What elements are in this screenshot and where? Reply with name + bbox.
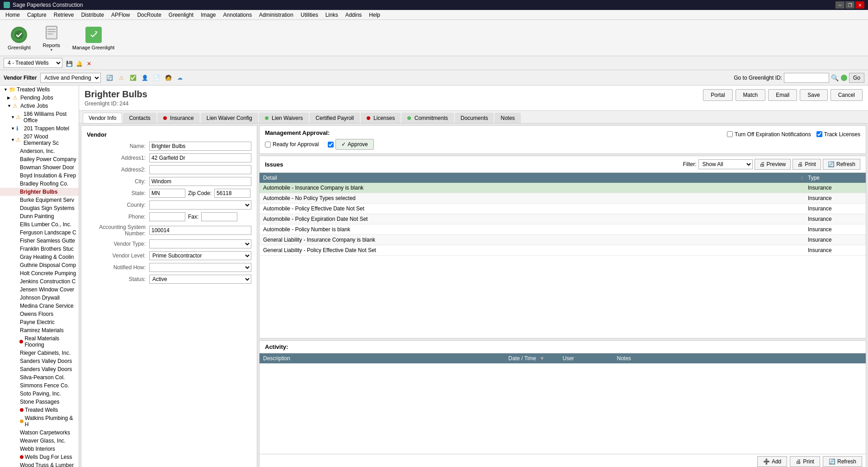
doc-filter-icon[interactable]: 📄	[151, 73, 161, 83]
tree-vendor-Watson[interactable]: Watson Carpetworks	[0, 429, 79, 437]
go-button[interactable]: Go	[849, 73, 864, 83]
address2-input[interactable]	[149, 165, 251, 174]
tree-vendor-Stone[interactable]: Stone Passages	[0, 398, 79, 406]
vault-selector[interactable]: 4 - Treated Wells	[4, 58, 62, 68]
tab-vendor-info[interactable]: Vendor Info	[83, 113, 122, 123]
tab-lien-waiver-config[interactable]: Lien Waiver Config	[201, 113, 258, 123]
tab-insurance[interactable]: Insurance	[157, 113, 200, 123]
tree-vendor-Webb[interactable]: Webb Interiors	[0, 445, 79, 453]
turn-off-expiration-checkbox[interactable]	[727, 131, 733, 137]
restore-button[interactable]: ❐	[845, 1, 854, 9]
cloud-filter-icon[interactable]: ☁	[175, 73, 185, 83]
tree-vendor-Real[interactable]: Real Materials Flooring	[0, 334, 79, 349]
tree-job-1[interactable]: ▼ ℹ 201 Trappen Motel	[0, 124, 79, 133]
notified-select[interactable]	[149, 263, 251, 272]
menu-docroute[interactable]: DocRoute	[133, 10, 165, 19]
close-button[interactable]: ✕	[855, 1, 864, 9]
goto-input[interactable]	[784, 73, 829, 83]
menu-distribute[interactable]: Distribute	[77, 10, 108, 19]
menu-greenlight[interactable]: Greenlight	[165, 10, 197, 19]
menu-capture[interactable]: Capture	[24, 10, 50, 19]
title-bar-controls[interactable]: ─ ❐ ✕	[835, 1, 864, 9]
issue-row-6[interactable]: General Liability - Policy Effective Dat…	[259, 245, 866, 256]
bell-icon[interactable]: 🔔	[75, 60, 83, 68]
menu-addins[interactable]: Addins	[342, 10, 366, 19]
refresh-filter-icon[interactable]: 🔄	[104, 73, 114, 83]
tab-commitments[interactable]: Commitments	[401, 113, 453, 123]
menu-links[interactable]: Links	[322, 10, 342, 19]
tree-vendor-Franklin[interactable]: Franklin Brothers Stuc	[0, 245, 79, 253]
issues-filter-select[interactable]: Show All	[698, 159, 753, 169]
tree-vendor-Wells[interactable]: Wells Dug For Less	[0, 453, 79, 461]
tree-vendor-Bailey[interactable]: Bailey Power Company	[0, 155, 79, 163]
name-input[interactable]	[149, 142, 251, 151]
tab-contacts[interactable]: Contacts	[123, 113, 156, 123]
tree-vendor-Sanders1[interactable]: Sanders Valley Doors	[0, 357, 79, 365]
status-filter-select[interactable]: Active and Pending	[40, 73, 101, 83]
person-filter-icon[interactable]: 🧑	[163, 73, 173, 83]
tree-vendor-Simmons[interactable]: Simmons Fence Co.	[0, 381, 79, 390]
vendor-level-select[interactable]: Prime Subcontractor	[149, 251, 251, 260]
tree-vendor-Owens[interactable]: Owens Floors	[0, 310, 79, 318]
tree-vendor-Payne[interactable]: Payne Electric	[0, 318, 79, 326]
greenlight-toolbar-btn[interactable]: Greenlight	[4, 24, 35, 52]
tree-vendor-Jensen[interactable]: Jensen Window Cover	[0, 286, 79, 294]
tree-vendor-Fisher[interactable]: Fisher Seamless Gutte	[0, 237, 79, 245]
tree-pending-jobs[interactable]: ▶ ⚠ Pending Jobs	[0, 94, 79, 102]
print-activity-button[interactable]: 🖨 Print	[790, 456, 820, 467]
tree-active-jobs[interactable]: ▼ ⚠ Active Jobs	[0, 102, 79, 110]
tree-vendor-Soto[interactable]: Soto Paving, Inc.	[0, 390, 79, 398]
approve-button[interactable]: ✓ Approve	[335, 139, 374, 150]
warning-filter-icon[interactable]: ⚠	[116, 73, 126, 83]
issue-row-5[interactable]: General Liability - Insurance Company is…	[259, 235, 866, 245]
menu-utilities[interactable]: Utilities	[297, 10, 322, 19]
tree-vendor-Brighter[interactable]: Brighter Bulbs	[0, 188, 79, 196]
menu-retrieve[interactable]: Retrieve	[50, 10, 78, 19]
cancel-button[interactable]: Cancel	[830, 89, 863, 101]
issue-row-3[interactable]: Automobile - Policy Expiration Date Not …	[259, 214, 866, 224]
tree-job-2[interactable]: ▼ ⚠ 207 Wood Elementary Sc	[0, 133, 79, 147]
tree-vendor-Holt[interactable]: Holt Concrete Pumping	[0, 269, 79, 277]
menu-apflow[interactable]: APFlow	[108, 10, 133, 19]
save-icon[interactable]: 💾	[65, 60, 73, 68]
tree-vendor-Wood[interactable]: Wood Truss & Lumber	[0, 461, 79, 467]
preview-button[interactable]: 🖨 Preview	[755, 159, 791, 170]
tab-notes[interactable]: Notes	[495, 113, 520, 123]
print-issues-button[interactable]: 🖨 Print	[793, 159, 821, 170]
tree-vendor-TreatedWells[interactable]: Treated Wells	[0, 406, 79, 414]
cancel-icon[interactable]: ✕	[85, 60, 93, 68]
city-input[interactable]	[149, 177, 251, 186]
tree-vendor-Silva[interactable]: Silva-Pearson Col.	[0, 373, 79, 381]
tree-job-0[interactable]: ▼ ⚠ 186 Williams Post Office	[0, 110, 79, 124]
tree-vendor-Gray[interactable]: Gray Heating & Coolin	[0, 253, 79, 261]
tree-vendor-Watkins[interactable]: Watkins Plumbing & H	[0, 414, 79, 429]
tree-vendor-Sanders2[interactable]: Sanders Valley Doors	[0, 365, 79, 373]
tab-documents[interactable]: Documents	[455, 113, 494, 123]
issue-row-2[interactable]: Automobile - Policy Effective Date Not S…	[259, 204, 866, 214]
portal-button[interactable]: Portal	[703, 89, 732, 101]
tree-vendor-Guthrie[interactable]: Guthrie Disposal Comp	[0, 261, 79, 269]
tree-vendor-Jenkins[interactable]: Jenkins Construction C	[0, 277, 79, 286]
menu-image[interactable]: Image	[197, 10, 219, 19]
menu-help[interactable]: Help	[365, 10, 384, 19]
state-input[interactable]	[149, 189, 185, 198]
address1-input[interactable]	[149, 153, 251, 162]
status-select[interactable]: Active	[149, 275, 251, 284]
issue-row-4[interactable]: Automobile - Policy Number is blankInsur…	[259, 224, 866, 235]
refresh-activity-button[interactable]: 🔄 Refresh	[823, 456, 862, 467]
vendor-type-select[interactable]	[149, 239, 251, 248]
search-icon[interactable]: 🔍	[831, 74, 839, 82]
greenlight-filter-icon[interactable]: ✅	[128, 73, 138, 83]
ready-for-approval-checkbox[interactable]	[265, 142, 271, 148]
approve-checkbox[interactable]	[328, 142, 334, 148]
tree-vendor-Dunn[interactable]: Dunn Painting	[0, 212, 79, 220]
minimize-button[interactable]: ─	[835, 1, 844, 9]
user-filter-icon[interactable]: 👤	[140, 73, 150, 83]
fax-input[interactable]	[201, 212, 237, 221]
tree-vendor-Rieger[interactable]: Rieger Cabinets, Inc.	[0, 349, 79, 357]
zip-input[interactable]	[214, 189, 250, 198]
menu-administration[interactable]: Administration	[255, 10, 297, 19]
save-button[interactable]: Save	[800, 89, 827, 101]
email-button[interactable]: Email	[768, 89, 797, 101]
county-select[interactable]	[149, 200, 251, 210]
